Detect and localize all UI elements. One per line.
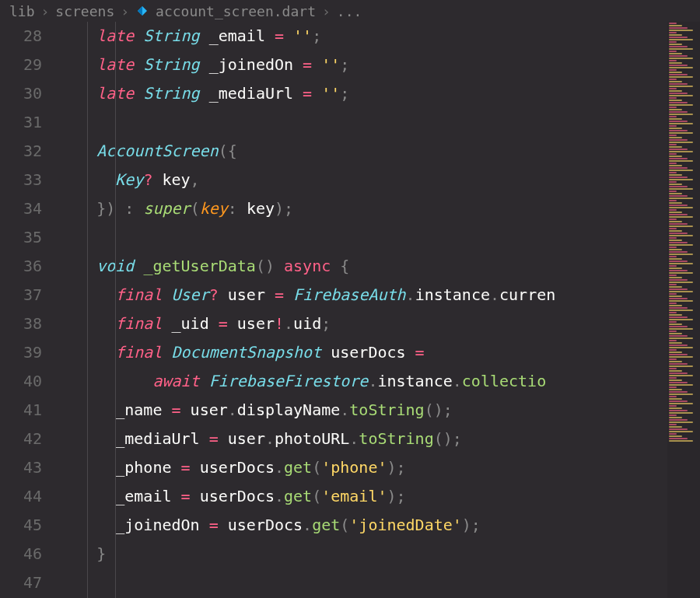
minimap-line [669, 235, 693, 236]
breadcrumb-file[interactable]: account_screen.dart [156, 3, 316, 19]
minimap-line [669, 284, 677, 285]
breadcrumb-folder[interactable]: screens [55, 3, 114, 19]
minimap-line [669, 167, 688, 169]
code-token: async [284, 257, 331, 275]
minimap-line [669, 410, 688, 411]
minimap-line [669, 109, 682, 110]
code-token [134, 55, 143, 74]
editor[interactable]: 2829303132333435363738394041424344454647… [0, 22, 700, 598]
code-token [200, 516, 209, 534]
code-line[interactable]: await FirebaseFirestore.instance.collect… [59, 367, 700, 396]
code-line[interactable]: late String _joinedOn = ''; [59, 51, 700, 79]
code-line[interactable]: AccountScreen({ [59, 137, 700, 166]
minimap-line [669, 132, 693, 134]
minimap-line [669, 216, 693, 218]
code-token: . [453, 372, 462, 390]
code-token [200, 429, 209, 448]
code-line[interactable]: void _getUserData() async { [59, 252, 700, 281]
code-token [331, 257, 340, 275]
code-line[interactable]: _name = user.displayName.toString(); [59, 396, 700, 425]
minimap-line [669, 400, 688, 402]
code-token [191, 487, 200, 505]
code-token [59, 84, 96, 103]
code-line[interactable]: _joinedOn = userDocs.get('joinedDate'); [59, 511, 700, 540]
minimap-line [669, 172, 677, 173]
code-token: . [265, 429, 275, 448]
line-number: 39 [0, 338, 42, 367]
code-token: _mediaUrl [209, 84, 293, 103]
code-token: = [219, 314, 228, 333]
line-number: 30 [0, 79, 42, 108]
code-token [275, 257, 284, 275]
code-line[interactable]: _mediaUrl = user.photoURL.toString(); [59, 425, 700, 453]
minimap-line [669, 298, 688, 299]
code-line[interactable]: final User? user = FirebaseAuth.instance… [59, 281, 700, 309]
minimap-line [669, 240, 682, 241]
code-token: String [143, 26, 199, 45]
code-token: = [275, 26, 284, 45]
minimap-line [669, 191, 677, 192]
code-token [265, 285, 275, 304]
minimap-line [669, 228, 677, 229]
minimap-line [669, 125, 677, 127]
code-token: key [200, 199, 228, 218]
code-token [219, 285, 228, 304]
minimap-line [669, 123, 693, 124]
code-line[interactable]: late String _mediaUrl = ''; [59, 79, 700, 108]
code-token: ; [321, 314, 331, 333]
code-token [59, 257, 96, 275]
minimap-line [669, 51, 677, 52]
minimap-line [669, 337, 693, 339]
minimap-line [669, 102, 688, 103]
code-token [321, 343, 331, 362]
minimap-line [669, 393, 693, 395]
minimap-line [669, 188, 693, 190]
breadcrumb-folder[interactable]: lib [9, 3, 35, 19]
minimap-line [669, 97, 677, 99]
code-line[interactable]: late String _email = ''; [59, 22, 700, 51]
code-line[interactable] [59, 568, 700, 597]
line-number: 36 [0, 252, 42, 281]
minimap-line [669, 270, 688, 271]
minimap-line [669, 263, 693, 264]
minimap-line [669, 69, 677, 71]
minimap-line [669, 438, 688, 439]
breadcrumb-trail[interactable]: ... [337, 3, 362, 19]
code-line[interactable]: final _uid = user!.uid; [59, 309, 700, 338]
minimap-line [669, 417, 682, 418]
minimap-line [669, 95, 693, 96]
code-line[interactable]: _phone = userDocs.get('phone'); [59, 453, 700, 482]
minimap-line [669, 293, 677, 295]
breadcrumb[interactable]: lib › screens › account_screen.dart › ..… [0, 0, 700, 22]
code-token: . [490, 285, 499, 304]
code-line[interactable] [59, 108, 700, 137]
code-token: = [172, 400, 181, 419]
minimap-line [669, 251, 688, 253]
minimap-line [669, 426, 682, 428]
minimap-line [669, 81, 682, 82]
code-line[interactable]: } [59, 540, 700, 568]
minimap-line [669, 244, 693, 246]
code-token: collectio [462, 372, 546, 390]
code-line[interactable]: }) : super(key: key); [59, 194, 700, 223]
minimap-line [669, 195, 688, 197]
minimap-line [669, 424, 677, 425]
line-number: 41 [0, 396, 42, 425]
minimap[interactable] [667, 22, 700, 598]
code-line[interactable]: final DocumentSnapshot userDocs = [59, 338, 700, 367]
code-token: } [96, 544, 106, 563]
minimap-line [669, 372, 688, 374]
code-area[interactable]: late String _email = ''; late String _jo… [59, 22, 700, 598]
minimap-line [669, 282, 693, 283]
minimap-line [669, 289, 688, 290]
code-token: _getUserData [143, 257, 256, 275]
code-line[interactable]: _email = userDocs.get('email'); [59, 482, 700, 511]
code-line[interactable] [59, 223, 700, 252]
code-token: photoURL [275, 429, 349, 448]
minimap-line [669, 79, 677, 80]
minimap-line [669, 114, 693, 115]
code-token: get [284, 458, 312, 477]
code-token: ; [340, 55, 349, 74]
code-token: userDocs [331, 343, 405, 362]
code-line[interactable]: Key? key, [59, 166, 700, 194]
